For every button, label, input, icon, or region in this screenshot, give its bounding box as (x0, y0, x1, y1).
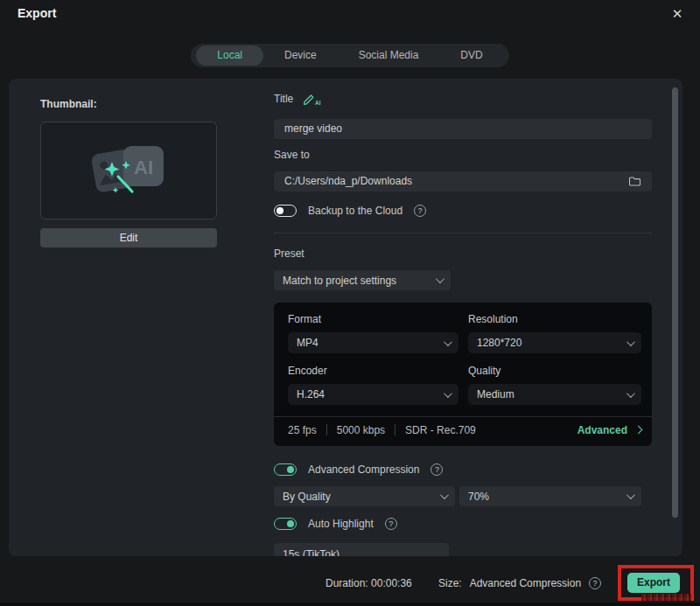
fps-info: 25 fps (288, 424, 317, 436)
chevron-down-icon (626, 491, 635, 499)
size-label: Size: (438, 577, 462, 589)
resolution-label: Resolution (468, 313, 641, 325)
resolution-value: 1280*720 (477, 337, 522, 349)
tab-dvd[interactable]: DVD (439, 45, 503, 66)
tab-social-media[interactable]: Social Media (338, 45, 440, 66)
compression-amount-value: 70% (468, 491, 489, 503)
export-settings-column: Title AI merge video Save to C:/Users/nd… (274, 79, 652, 556)
watermark (641, 594, 691, 601)
highlight-duration-dropdown[interactable]: 15s (TikTok) (274, 543, 449, 556)
ai-title-edit-icon[interactable]: AI (302, 92, 321, 106)
encoder-value: H.264 (297, 388, 325, 401)
size-help-icon[interactable]: ? (589, 577, 601, 589)
edit-thumbnail-button[interactable]: Edit (40, 228, 217, 247)
advanced-compression-help-icon[interactable]: ? (430, 463, 443, 476)
quality-dropdown[interactable]: Medium (468, 384, 641, 405)
backup-cloud-label: Backup to the Cloud (308, 205, 402, 217)
info-separator (326, 424, 327, 435)
export-target-tabs: Local Device Social Media DVD (0, 44, 700, 67)
format-value: MP4 (297, 337, 318, 349)
format-dropdown[interactable]: MP4 (288, 332, 458, 353)
chevron-down-icon (440, 491, 449, 499)
footer-strip (0, 603, 700, 606)
tab-local[interactable]: Local (196, 45, 263, 66)
chevron-down-icon (436, 275, 444, 283)
chevron-down-icon (444, 338, 452, 346)
save-path-input[interactable]: C:/Users/nda_p/Downloads (274, 171, 652, 192)
export-button[interactable]: Export (627, 573, 680, 593)
tab-device[interactable]: Device (263, 45, 338, 66)
encoder-dropdown[interactable]: H.264 (288, 384, 458, 405)
advanced-compression-toggle[interactable] (274, 463, 297, 476)
highlight-duration-value: 15s (TikTok) (283, 541, 340, 556)
section-divider (274, 233, 652, 233)
save-to-label: Save to (274, 149, 310, 161)
tab-pill: Local Device Social Media DVD (191, 44, 508, 67)
auto-highlight-label: Auto Highlight (308, 518, 374, 530)
backup-cloud-toggle[interactable] (274, 205, 297, 217)
vertical-scrollbar[interactable] (672, 87, 678, 518)
export-dialog: Thumbnail: AI Edit Title AI (9, 79, 682, 556)
format-label: Format (288, 313, 458, 325)
advanced-compression-label: Advanced Compression (308, 463, 419, 476)
preset-value: Match to project settings (283, 275, 396, 287)
advanced-settings-link[interactable]: Advanced (578, 424, 641, 436)
format-settings-panel: Format MP4 Encoder H.264 Resolution 1280… (274, 303, 652, 446)
duration-value: 00:00:36 (371, 577, 412, 589)
compression-mode-value: By Quality (283, 491, 331, 503)
thumbnail-label: Thumbnail: (40, 98, 97, 110)
quality-value: Medium (477, 388, 514, 401)
title-label: Title (274, 93, 293, 105)
backup-help-icon[interactable]: ? (414, 205, 426, 217)
compression-amount-dropdown[interactable]: 70% (459, 486, 641, 506)
bitrate-info: 5000 kbps (337, 424, 385, 436)
quality-label: Quality (468, 365, 641, 377)
thumbnail-preview: AI (40, 122, 217, 219)
folder-browse-icon[interactable] (628, 176, 641, 187)
chevron-down-icon (626, 389, 635, 398)
preset-label: Preset (274, 247, 304, 260)
chevron-down-icon (626, 338, 635, 346)
duration-label: Duration: (326, 577, 368, 589)
advanced-link-label: Advanced (578, 424, 627, 436)
info-separator (395, 424, 396, 435)
close-icon[interactable]: ✕ (668, 5, 686, 23)
title-input[interactable]: merge video (274, 119, 652, 139)
chevron-down-icon (444, 389, 452, 398)
encoder-label: Encoder (288, 365, 458, 377)
window-title: Export (18, 6, 56, 20)
duration-info: Duration: 00:00:36 (326, 577, 412, 589)
size-value: Advanced Compression (470, 577, 581, 589)
size-info: Size: Advanced Compression ? (438, 577, 601, 589)
color-space-info: SDR - Rec.709 (405, 424, 476, 436)
compression-mode-dropdown[interactable]: By Quality (274, 486, 455, 506)
ai-thumbnail-icon: AI (80, 134, 178, 207)
chevron-right-icon (634, 426, 643, 435)
preset-dropdown[interactable]: Match to project settings (274, 270, 451, 290)
svg-text:AI: AI (315, 100, 321, 106)
auto-highlight-help-icon[interactable]: ? (385, 518, 397, 530)
save-path-value: C:/Users/nda_p/Downloads (284, 171, 412, 192)
auto-highlight-toggle[interactable] (274, 518, 297, 530)
resolution-dropdown[interactable]: 1280*720 (468, 332, 641, 353)
svg-text:AI: AI (134, 157, 153, 178)
